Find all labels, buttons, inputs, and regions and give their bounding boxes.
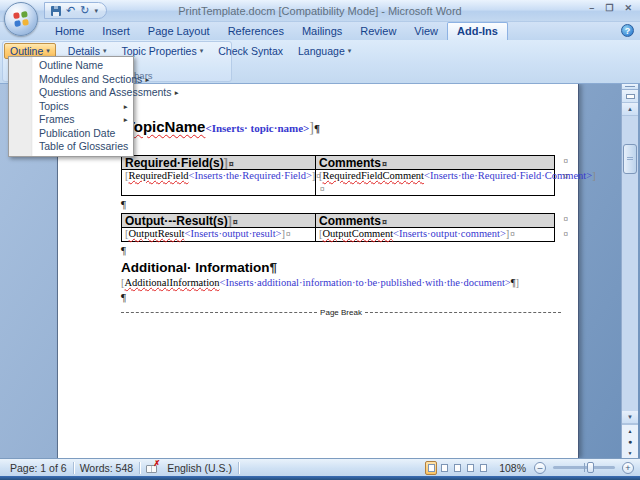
zoom-level[interactable]: 108% — [499, 462, 526, 474]
restore-button[interactable]: ❐ — [605, 3, 613, 13]
print-layout-view-button[interactable] — [425, 461, 437, 475]
zoom-in-button[interactable]: + — [622, 462, 634, 474]
scroll-down-button[interactable]: ▼ — [622, 411, 638, 424]
outline-view-button[interactable] — [464, 461, 476, 475]
previous-object-button[interactable]: ▲ — [622, 425, 638, 436]
document-page[interactable]: [TopicName<Inserts· topic·name>]¶ ¶ Requ… — [57, 84, 579, 458]
output-results-table: Output·--Result(s)]¤ Comments¤ ¤ [Output… — [121, 213, 556, 242]
previous-object-icon: ▲ — [628, 428, 633, 434]
ruler-toggle-button[interactable] — [622, 90, 638, 103]
check-syntax-button[interactable]: Check Syntax — [215, 44, 286, 58]
word-count[interactable]: Words: 548 — [76, 462, 138, 474]
pilcrow-mark: ¶ — [314, 122, 320, 134]
table-data-row: [RequiredField<Inserts·the·Required·Fiel… — [121, 170, 556, 196]
tab-mailings[interactable]: Mailings — [293, 23, 351, 40]
submenu-arrow-icon: ► — [123, 100, 129, 114]
window-bottom-edge — [0, 476, 640, 480]
page-indicator[interactable]: Page: 1 of 6 — [6, 462, 71, 474]
browse-object-icon: ● — [628, 438, 632, 445]
customize-qat-icon[interactable]: ▾ — [94, 7, 98, 15]
save-icon[interactable] — [51, 6, 61, 16]
row-end-mark: ¤ — [564, 229, 569, 239]
header-cell-output-results[interactable]: Output·--Result(s)]¤ — [121, 213, 316, 228]
web-layout-view-button[interactable] — [451, 461, 463, 475]
draft-view-icon — [480, 464, 487, 472]
zoom-slider-thumb[interactable] — [587, 462, 594, 473]
document-content: [TopicName<Inserts· topic·name>]¶ ¶ Requ… — [58, 84, 578, 317]
page-break-label: Page Break — [317, 308, 365, 317]
empty-paragraph[interactable]: ¶ — [121, 244, 556, 256]
select-browse-object-button[interactable]: ● — [622, 436, 638, 447]
table-header-row: Required·Field(s)]¤ Comments¤ ¤ — [121, 155, 556, 170]
zoom-slider[interactable] — [553, 466, 615, 469]
language-indicator[interactable]: English (U.S.) — [163, 462, 236, 474]
scrollbar-track[interactable] — [622, 116, 638, 411]
view-shortcuts — [425, 461, 489, 475]
minimize-button[interactable]: – — [589, 3, 594, 13]
scroll-up-button[interactable]: ▲ — [622, 103, 638, 116]
empty-paragraph[interactable]: ¶ — [121, 140, 556, 152]
menu-item-questions-and-assessments[interactable]: Questions and Assessments ► — [9, 86, 133, 100]
window-title: PrintTemplate.docm [Compatibility Mode] … — [178, 5, 461, 17]
menu-item-table-of-glossaries[interactable]: Table of Glossaries — [9, 140, 133, 154]
tab-view[interactable]: View — [405, 23, 447, 40]
cell-output-result[interactable]: [OutputResult<Inserts·output·result>]¤ — [121, 227, 316, 242]
outline-dropdown-menu: Outline Name Modules and Sections ► Ques… — [8, 56, 134, 157]
draft-view-button[interactable] — [477, 461, 489, 475]
header-cell-comments[interactable]: Comments¤ — [315, 213, 555, 228]
undo-icon[interactable]: ↶ — [66, 5, 75, 16]
submenu-arrow-icon: ► — [174, 86, 180, 100]
cell-required-field[interactable]: [RequiredField<Inserts·the·Required·Fiel… — [121, 169, 316, 196]
close-button[interactable]: ✕ — [624, 3, 632, 13]
menu-item-frames[interactable]: Frames ► — [9, 113, 133, 127]
topic-insert-hint: <Inserts· topic·name> — [205, 122, 309, 134]
menu-item-publication-date[interactable]: Publication Date — [9, 127, 133, 141]
additional-information-heading[interactable]: Additional· Information¶ — [121, 259, 556, 276]
language-menu-button[interactable]: Language ▾ — [295, 44, 354, 58]
dropdown-arrow-icon: ▾ — [200, 47, 204, 55]
menu-item-outline-name[interactable]: Outline Name — [9, 59, 133, 73]
tab-review[interactable]: Review — [351, 23, 405, 40]
tab-page-layout[interactable]: Page Layout — [139, 23, 219, 40]
page-break-divider: Page Break — [121, 308, 561, 317]
proofing-status-icon[interactable]: ✗ — [146, 462, 159, 473]
browse-object-controls: ▲ ● ▼ — [622, 424, 638, 458]
submenu-arrow-icon: ► — [123, 113, 129, 127]
full-screen-reading-view-button[interactable] — [438, 461, 450, 475]
tab-home[interactable]: Home — [46, 23, 93, 40]
table-data-row: [OutputResult<Inserts·output·result>]¤ [… — [121, 228, 556, 242]
tab-add-ins[interactable]: Add-Ins — [447, 22, 508, 40]
menu-item-modules-and-sections[interactable]: Modules and Sections ► — [9, 73, 133, 87]
ribbon-tab-bar: Home Insert Page Layout References Maili… — [0, 22, 640, 40]
web-layout-icon — [454, 464, 461, 472]
print-layout-icon — [428, 464, 435, 472]
scroll-up-icon: ▲ — [627, 106, 633, 112]
dropdown-arrow-icon: ▾ — [46, 47, 50, 55]
vertical-scrollbar: ▲ ▼ ▲ ● ▼ — [621, 84, 638, 458]
zoom-out-button[interactable]: – — [534, 462, 546, 474]
office-button[interactable] — [4, 2, 38, 36]
help-icon[interactable]: ? — [621, 24, 634, 37]
table-header-row: Output·--Result(s)]¤ Comments¤ ¤ — [121, 213, 556, 228]
tab-insert[interactable]: Insert — [93, 23, 139, 40]
redo-icon[interactable]: ↻ — [80, 5, 89, 16]
tab-references[interactable]: References — [219, 23, 293, 40]
topic-name-line[interactable]: [TopicName<Inserts· topic·name>]¶ — [121, 117, 556, 138]
outline-view-icon — [467, 464, 474, 472]
menu-item-topics[interactable]: Topics ► — [9, 100, 133, 114]
empty-paragraph[interactable]: ¶ — [121, 291, 556, 303]
word-window: ↶ ↻ ▾ PrintTemplate.docm [Compatibility … — [0, 0, 640, 480]
dropdown-arrow-icon: ▾ — [348, 47, 352, 55]
empty-paragraph[interactable]: ¶ — [121, 198, 556, 210]
header-cell-comments[interactable]: Comments¤ — [315, 155, 555, 170]
ruler-icon — [626, 94, 635, 99]
office-logo-icon — [13, 11, 29, 27]
scrollbar-thumb[interactable] — [623, 144, 637, 174]
cell-output-comment[interactable]: [OutputComment<Inserts·output·comment>]¤ — [315, 227, 555, 242]
next-object-button[interactable]: ▼ — [622, 447, 638, 458]
scroll-down-icon: ▼ — [627, 414, 633, 420]
cell-required-field-comment[interactable]: [RequiredFieldComment<Inserts·the·Requir… — [315, 169, 555, 196]
header-cell-required-fields[interactable]: Required·Field(s)]¤ — [121, 155, 316, 170]
additional-information-line[interactable]: [AdditionalInformation<Inserts·additiona… — [121, 276, 556, 289]
topic-name-field: TopicName — [126, 118, 206, 135]
